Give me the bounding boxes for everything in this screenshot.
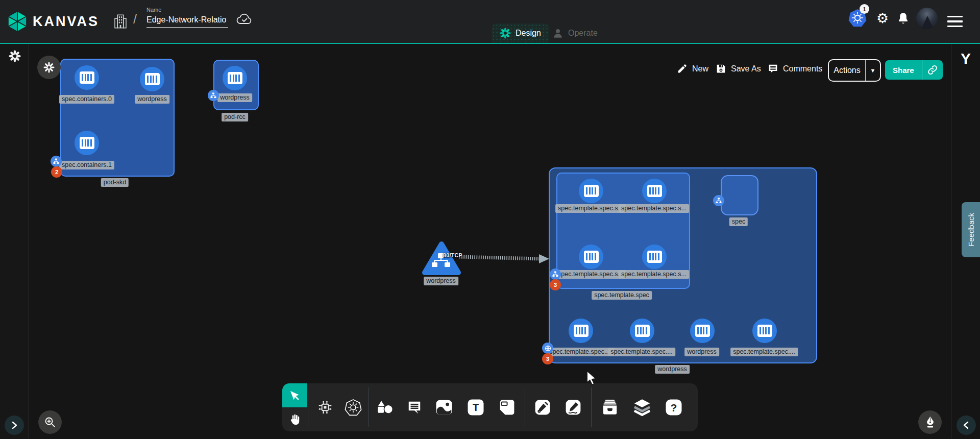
- design-name-input[interactable]: [146, 14, 228, 28]
- kubernetes-tool[interactable]: [345, 399, 362, 416]
- group-label: pod-rcc: [222, 113, 248, 121]
- operate-person-icon: [552, 28, 564, 39]
- node-spec-containers-1[interactable]: [75, 131, 99, 155]
- pencil-squiggle-icon: [566, 400, 581, 416]
- shapes-tool[interactable]: [375, 399, 394, 416]
- drawing-toolbar: T ?: [282, 383, 698, 431]
- design-pen-button[interactable]: [918, 410, 942, 434]
- organization-icon[interactable]: [113, 14, 128, 29]
- note-tool[interactable]: [499, 400, 515, 416]
- text-tool[interactable]: T: [468, 400, 484, 416]
- new-button[interactable]: New: [677, 63, 708, 74]
- kubernetes-context-count-badge[interactable]: 1: [860, 4, 869, 14]
- select-tool[interactable]: [282, 383, 307, 407]
- network-icon: [53, 158, 59, 164]
- node-template-container-1[interactable]: [642, 179, 667, 203]
- group-label: spec.template.spec: [592, 291, 652, 300]
- divider: [369, 387, 369, 427]
- container-icon: [228, 72, 242, 84]
- relationship-badge[interactable]: [542, 343, 553, 354]
- node-label: spec.template.spec....: [730, 348, 798, 356]
- tab-design-label: Design: [516, 29, 541, 38]
- menu-button[interactable]: [946, 13, 964, 30]
- node-deploy-container-3[interactable]: [752, 319, 777, 343]
- comments-button[interactable]: Comments: [768, 63, 822, 74]
- chevron-down-icon[interactable]: ▼: [866, 60, 880, 81]
- shortcut-y-icon[interactable]: Y: [951, 50, 980, 67]
- node-wordpress-service[interactable]: [422, 241, 461, 276]
- edge-service-to-deployment[interactable]: [458, 250, 552, 265]
- node-label: spec.template.spec....: [608, 348, 675, 356]
- group-label: pod-skd: [101, 178, 129, 187]
- kanvas-logo[interactable]: KANVAS: [7, 10, 99, 33]
- pencil-icon: [677, 63, 688, 74]
- kanvas-app: spec.containers.0 wordpress spec.contain…: [0, 0, 980, 439]
- node-label: spec.template.spec.s...: [555, 270, 626, 279]
- user-avatar[interactable]: [916, 8, 938, 29]
- feedback-tab[interactable]: Feedback: [962, 202, 980, 257]
- canvas-widgets-button[interactable]: [37, 56, 61, 79]
- node-label: spec.containers.0: [59, 95, 114, 104]
- node-label: spec.template.spec.s...: [619, 204, 689, 213]
- copy-link-button[interactable]: [922, 60, 943, 80]
- chevron-left-icon: [963, 421, 969, 429]
- image-tool[interactable]: [435, 400, 453, 416]
- text-tool-glyph: T: [473, 402, 479, 413]
- asterisk-icon: [43, 62, 55, 73]
- drawer-tool[interactable]: [601, 399, 619, 416]
- right-rail: Y Feedback: [951, 44, 980, 439]
- node-label: spec.template.spec....: [547, 348, 614, 356]
- relationship-badge[interactable]: [713, 195, 724, 206]
- node-deploy-container-1[interactable]: [630, 319, 654, 343]
- tab-design[interactable]: Design: [492, 23, 549, 43]
- components-tool[interactable]: [317, 399, 333, 416]
- network-icon: [552, 271, 558, 277]
- mouse-cursor: [586, 371, 598, 385]
- node-template-container-3[interactable]: [642, 245, 667, 269]
- node-deploy-container-0[interactable]: [569, 319, 593, 343]
- cloud-saved-icon: [236, 12, 253, 27]
- save-as-button[interactable]: Save As: [716, 63, 761, 74]
- error-count-badge[interactable]: 2: [51, 166, 62, 178]
- network-icon: [210, 92, 216, 99]
- divider: [591, 387, 592, 427]
- share-button[interactable]: Share: [885, 60, 943, 80]
- error-count-badge[interactable]: 3: [550, 279, 561, 290]
- divider: [308, 387, 308, 427]
- container-icon: [584, 251, 599, 263]
- node-wordpress-container[interactable]: [140, 67, 164, 91]
- node-template-container-0[interactable]: [579, 179, 603, 203]
- node-wordpress-container[interactable]: [223, 66, 247, 90]
- node-deploy-container-2[interactable]: [690, 319, 715, 343]
- node-label: spec.containers.1: [59, 161, 114, 169]
- breadcrumb-separator: /: [133, 11, 137, 27]
- comment-tool[interactable]: [407, 400, 422, 415]
- tab-operate[interactable]: Operate: [544, 23, 606, 43]
- node-template-container-2[interactable]: [579, 245, 603, 269]
- layers-tool[interactable]: [633, 399, 651, 416]
- zoom-in-icon: [44, 416, 56, 428]
- node-spec[interactable]: [721, 175, 758, 215]
- zoom-button[interactable]: [38, 410, 62, 434]
- collapse-right-panel-button[interactable]: [957, 416, 976, 435]
- layers-icon: [633, 399, 651, 416]
- image-icon: [435, 400, 453, 416]
- relationship-badge[interactable]: [208, 90, 219, 101]
- edge-draw-tool[interactable]: [535, 400, 551, 416]
- node-label: wordpress: [684, 348, 719, 356]
- actions-dropdown-button[interactable]: Actions ▼: [828, 59, 881, 82]
- freehand-draw-tool[interactable]: [566, 400, 581, 416]
- notifications-button[interactable]: [896, 11, 910, 26]
- node-spec-containers-0[interactable]: [75, 65, 99, 90]
- comment-icon: [407, 400, 422, 415]
- container-icon: [647, 185, 662, 197]
- settings-button[interactable]: ⚙: [875, 11, 890, 26]
- meshery-spiral-icon[interactable]: [9, 50, 21, 62]
- relationship-badge[interactable]: [51, 156, 62, 167]
- help-tool[interactable]: ?: [666, 400, 682, 416]
- relationship-badge[interactable]: [550, 269, 561, 280]
- pan-tool[interactable]: [282, 407, 307, 431]
- chevron-right-icon: [11, 421, 17, 429]
- expand-left-panel-button[interactable]: [5, 416, 24, 435]
- error-count-badge[interactable]: 3: [542, 353, 553, 364]
